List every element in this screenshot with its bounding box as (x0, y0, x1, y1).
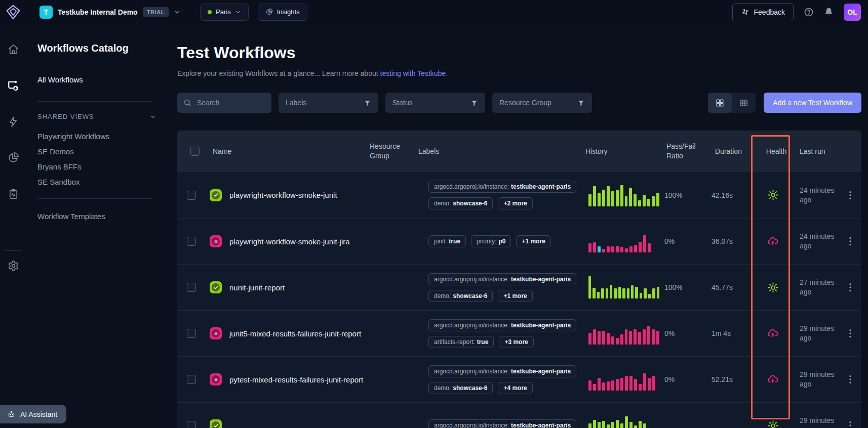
history-bar[interactable] (602, 421, 605, 428)
history-chart[interactable] (578, 368, 659, 391)
history-bar[interactable] (593, 329, 596, 345)
history-bar[interactable] (643, 195, 646, 206)
history-bar[interactable] (598, 246, 601, 252)
history-bar[interactable] (616, 420, 619, 428)
history-chart[interactable] (578, 230, 659, 252)
history-bar[interactable] (648, 243, 651, 252)
history-bar[interactable] (625, 196, 628, 206)
user-avatar[interactable]: OL (844, 4, 861, 21)
row-checkbox[interactable] (187, 375, 196, 384)
history-bar[interactable] (616, 190, 619, 206)
history-bar[interactable] (598, 378, 601, 391)
sidebar-item-bryans-bffs[interactable]: Bryans BFFs (37, 159, 165, 174)
history-bar[interactable] (638, 200, 641, 206)
history-bar[interactable] (652, 376, 655, 391)
row-menu-button[interactable] (846, 328, 855, 339)
label-pill[interactable]: junit:true (428, 235, 466, 247)
label-pill[interactable]: argocd.argoproj.io/instance:testkube-age… (428, 273, 576, 285)
settings-gear-icon[interactable] (8, 260, 19, 272)
row-checkbox[interactable] (187, 237, 196, 246)
label-pill[interactable]: artifacts-report:true (428, 336, 494, 348)
history-bar[interactable] (593, 384, 596, 391)
history-bar[interactable] (629, 331, 632, 345)
history-bar[interactable] (611, 336, 614, 345)
history-bar[interactable] (635, 287, 638, 298)
history-bar[interactable] (611, 246, 614, 252)
history-chart[interactable] (578, 414, 659, 428)
history-bar[interactable] (593, 186, 596, 206)
row-menu-button[interactable] (846, 374, 855, 385)
history-bar[interactable] (588, 194, 591, 206)
row-menu-button[interactable] (846, 236, 855, 247)
more-labels-pill[interactable]: +3 more (499, 336, 533, 348)
history-bar[interactable] (634, 329, 637, 345)
history-bar[interactable] (652, 196, 655, 206)
history-bar[interactable] (598, 331, 601, 345)
ai-assistant-button[interactable]: AI Assistant (0, 405, 66, 423)
history-bar[interactable] (648, 294, 651, 298)
history-bar[interactable] (602, 249, 605, 252)
history-bar[interactable] (620, 378, 623, 391)
history-bar[interactable] (611, 422, 614, 428)
search-box[interactable] (177, 93, 271, 113)
history-bar[interactable] (648, 378, 651, 391)
history-bar[interactable] (614, 288, 616, 298)
workflow-name[interactable]: junit5-mixed-results-failures-junit-repo… (229, 329, 361, 338)
table-row[interactable]: argocd.argoproj.io/instance:testkube-age… (177, 402, 861, 428)
notifications-button[interactable] (824, 7, 834, 17)
insights-button[interactable]: Insights (258, 4, 307, 21)
status-filter[interactable]: Status (385, 93, 485, 113)
label-pill[interactable]: argocd.argoproj.io/instance:testkube-age… (428, 181, 576, 193)
history-bar[interactable] (607, 186, 610, 206)
more-labels-pill[interactable]: +1 more (498, 290, 532, 302)
history-bar[interactable] (639, 242, 642, 252)
sidebar-item-se-sandbox[interactable]: SE Sandbox (37, 174, 165, 189)
history-bar[interactable] (593, 242, 596, 252)
history-bar[interactable] (652, 329, 655, 345)
history-bar[interactable] (627, 288, 629, 298)
reports-pie-icon[interactable] (7, 152, 19, 164)
more-labels-pill[interactable]: +4 more (498, 382, 532, 394)
table-view-button[interactable] (732, 93, 756, 113)
history-bar[interactable] (616, 338, 619, 345)
history-bar[interactable] (588, 380, 591, 391)
history-bar[interactable] (620, 185, 623, 206)
history-bar[interactable] (639, 421, 642, 428)
history-bar[interactable] (629, 246, 633, 252)
history-bar[interactable] (620, 247, 623, 252)
history-bar[interactable] (647, 199, 650, 206)
row-checkbox[interactable] (187, 191, 196, 200)
environment-selector[interactable]: Paris (200, 4, 249, 21)
sidebar-item-workflow-templates[interactable]: Workflow Templates (37, 212, 165, 221)
history-bar[interactable] (652, 288, 655, 298)
history-bar[interactable] (588, 243, 591, 252)
testing-with-testkube-link[interactable]: testing with Testkube (380, 69, 446, 77)
label-pill[interactable]: argocd.argoproj.io/instance:testkube-age… (428, 419, 576, 428)
history-bar[interactable] (588, 276, 591, 298)
history-bar[interactable] (639, 384, 642, 391)
history-bar[interactable] (588, 333, 591, 345)
history-bar[interactable] (625, 248, 628, 252)
workflows-icon[interactable] (7, 79, 19, 92)
history-bar[interactable] (618, 287, 621, 298)
history-bar[interactable] (607, 333, 610, 345)
history-bar[interactable] (638, 332, 641, 345)
table-row[interactable]: playwright-workflow-smoke-junit argocd.a… (177, 172, 861, 218)
history-bar[interactable] (640, 293, 642, 298)
history-bar[interactable] (625, 329, 628, 345)
history-bar[interactable] (610, 285, 612, 298)
more-labels-pill[interactable]: +1 more (516, 235, 550, 247)
history-bar[interactable] (598, 193, 601, 206)
label-pill[interactable]: argocd.argoproj.io/instance:testkube-age… (428, 365, 576, 377)
history-bar[interactable] (647, 326, 650, 345)
workflow-name[interactable]: pytest-mixed-results-failures-junit-repo… (229, 375, 363, 384)
label-pill[interactable]: demo:showcase-6 (428, 290, 493, 302)
workflow-name[interactable]: nunit-junit-report (229, 283, 285, 292)
sidebar-item-se-demos[interactable]: SE Demos (37, 144, 165, 159)
table-row[interactable]: junit5-mixed-results-failures-junit-repo… (177, 310, 861, 356)
feedback-button[interactable]: Feedback (732, 3, 794, 21)
table-row[interactable]: pytest-mixed-results-failures-junit-repo… (177, 356, 861, 402)
history-bar[interactable] (593, 288, 595, 298)
history-bar[interactable] (611, 380, 614, 391)
history-bar[interactable] (588, 423, 591, 428)
